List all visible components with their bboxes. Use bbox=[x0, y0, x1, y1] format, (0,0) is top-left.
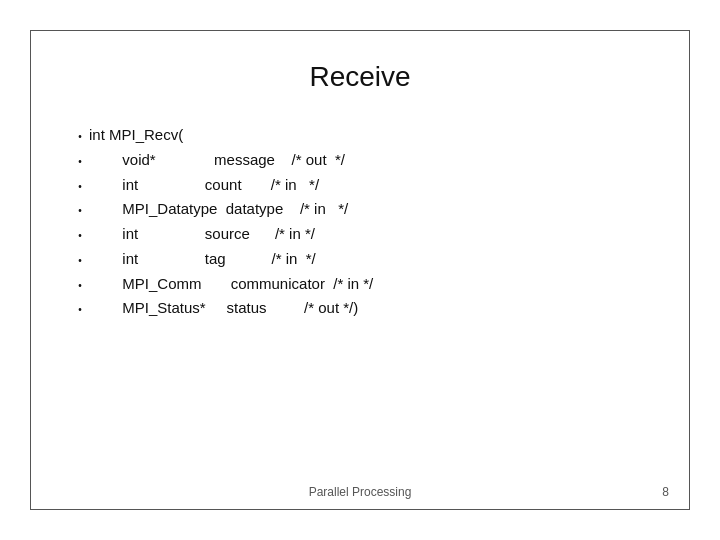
bullet-7: • bbox=[71, 276, 89, 295]
bullet-2: • bbox=[71, 152, 89, 171]
code-line-4: • MPI_Datatype datatype /* in */ bbox=[71, 197, 649, 222]
footer-label: Parallel Processing bbox=[309, 485, 412, 499]
code-line-6: • int tag /* in */ bbox=[71, 247, 649, 272]
code-section: • int MPI_Recv( • void* message /* out *… bbox=[71, 123, 649, 321]
code-line-2: • void* message /* out */ bbox=[71, 148, 649, 173]
slide-footer: Parallel Processing bbox=[31, 485, 689, 499]
slide-container: Receive • int MPI_Recv( • void* message … bbox=[30, 30, 690, 510]
code-text-6: int tag /* in */ bbox=[89, 247, 316, 272]
slide-title: Receive bbox=[71, 61, 649, 93]
code-text-5: int source /* in */ bbox=[89, 222, 315, 247]
bullet-4: • bbox=[71, 201, 89, 220]
code-text-4: MPI_Datatype datatype /* in */ bbox=[89, 197, 348, 222]
bullet-8: • bbox=[71, 300, 89, 319]
code-text-7: MPI_Comm communicator /* in */ bbox=[89, 272, 373, 297]
code-text-1: int MPI_Recv( bbox=[89, 123, 183, 148]
bullet-5: • bbox=[71, 226, 89, 245]
code-line-1: • int MPI_Recv( bbox=[71, 123, 649, 148]
code-text-2: void* message /* out */ bbox=[89, 148, 345, 173]
code-text-3: int count /* in */ bbox=[89, 173, 319, 198]
bullet-6: • bbox=[71, 251, 89, 270]
bullet-3: • bbox=[71, 177, 89, 196]
page-number: 8 bbox=[662, 485, 669, 499]
code-line-5: • int source /* in */ bbox=[71, 222, 649, 247]
bullet-1: • bbox=[71, 127, 89, 146]
code-line-7: • MPI_Comm communicator /* in */ bbox=[71, 272, 649, 297]
code-text-8: MPI_Status* status /* out */) bbox=[89, 296, 358, 321]
code-line-3: • int count /* in */ bbox=[71, 173, 649, 198]
code-line-8: • MPI_Status* status /* out */) bbox=[71, 296, 649, 321]
